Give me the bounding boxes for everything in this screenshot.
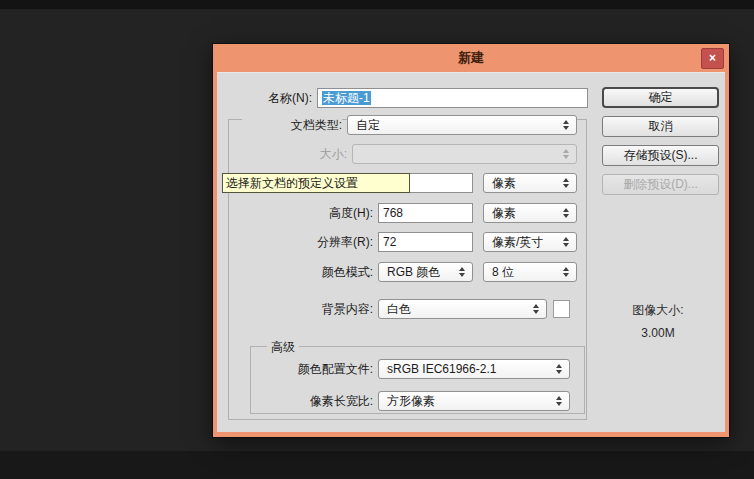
size-label: 大小: <box>247 144 347 164</box>
stepper-icon <box>459 267 465 277</box>
image-size-value: 3.00M <box>593 326 723 340</box>
resolution-input[interactable] <box>378 232 473 252</box>
color-mode-label: 颜色模式: <box>217 262 373 282</box>
background-select[interactable]: 白色 <box>378 299 547 319</box>
close-icon: × <box>709 51 716 65</box>
bit-depth-value: 8 位 <box>492 265 514 279</box>
pixel-aspect-label: 像素长宽比: <box>217 391 373 411</box>
bit-depth-select[interactable]: 8 位 <box>483 262 577 282</box>
height-unit-select[interactable]: 像素 <box>483 203 577 223</box>
resolution-unit-select[interactable]: 像素/英寸 <box>483 232 577 252</box>
delete-preset-button: 删除预设(D)... <box>602 174 719 195</box>
doc-type-label: 文档类型: <box>242 115 342 135</box>
resolution-unit-value: 像素/英寸 <box>492 235 543 249</box>
preset-tooltip: 选择新文档的预定义设置 <box>222 173 410 193</box>
background-value: 白色 <box>387 302 411 316</box>
height-unit-value: 像素 <box>492 206 516 220</box>
height-label: 高度(H): <box>217 203 373 223</box>
stepper-icon <box>556 364 562 374</box>
color-profile-select[interactable]: sRGB IEC61966-2.1 <box>378 359 570 379</box>
height-input[interactable] <box>378 203 473 223</box>
dialog-titlebar[interactable]: 新建 <box>213 44 729 72</box>
doc-type-value: 自定 <box>356 118 380 132</box>
dialog-title: 新建 <box>458 50 484 65</box>
color-profile-label: 颜色配置文件: <box>217 359 373 379</box>
app-background-top <box>0 0 754 9</box>
color-mode-select[interactable]: RGB 颜色 <box>378 262 473 282</box>
advanced-legend: 高级 <box>267 339 299 355</box>
save-preset-button[interactable]: 存储预设(S)... <box>602 145 719 166</box>
dialog-content: 高级 名称(N): 未标题-1 确定 文档类型: 自定 取消 大小: 存储预设(… <box>217 72 725 432</box>
pixel-aspect-select[interactable]: 方形像素 <box>378 391 570 411</box>
stepper-icon <box>563 149 569 159</box>
close-button[interactable]: × <box>701 48 724 69</box>
stepper-icon <box>563 267 569 277</box>
background-label: 背景内容: <box>217 299 373 319</box>
name-input[interactable]: 未标题-1 <box>317 88 588 108</box>
stepper-icon <box>563 208 569 218</box>
background-color-swatch[interactable] <box>553 300 570 318</box>
cancel-button[interactable]: 取消 <box>602 116 719 137</box>
size-select <box>352 144 577 164</box>
color-mode-value: RGB 颜色 <box>387 265 440 279</box>
image-size-label: 图像大小: <box>593 302 723 319</box>
color-profile-value: sRGB IEC61966-2.1 <box>387 362 496 376</box>
ok-button[interactable]: 确定 <box>602 87 719 108</box>
width-unit-value: 像素 <box>492 176 516 190</box>
stepper-icon <box>563 178 569 188</box>
doc-type-select[interactable]: 自定 <box>347 115 577 135</box>
app-background-bottom <box>0 451 754 479</box>
stepper-icon <box>533 304 539 314</box>
name-label: 名称(N): <box>217 88 312 108</box>
pixel-aspect-value: 方形像素 <box>387 394 435 408</box>
width-unit-select[interactable]: 像素 <box>483 173 577 193</box>
name-selected-text: 未标题-1 <box>322 91 371 105</box>
stepper-icon <box>563 120 569 130</box>
stepper-icon <box>556 396 562 406</box>
resolution-label: 分辨率(R): <box>217 232 373 252</box>
stepper-icon <box>563 237 569 247</box>
new-document-dialog: 新建 × 高级 名称(N): 未标题-1 确定 文档类型: 自定 取消 大小: … <box>213 44 729 437</box>
